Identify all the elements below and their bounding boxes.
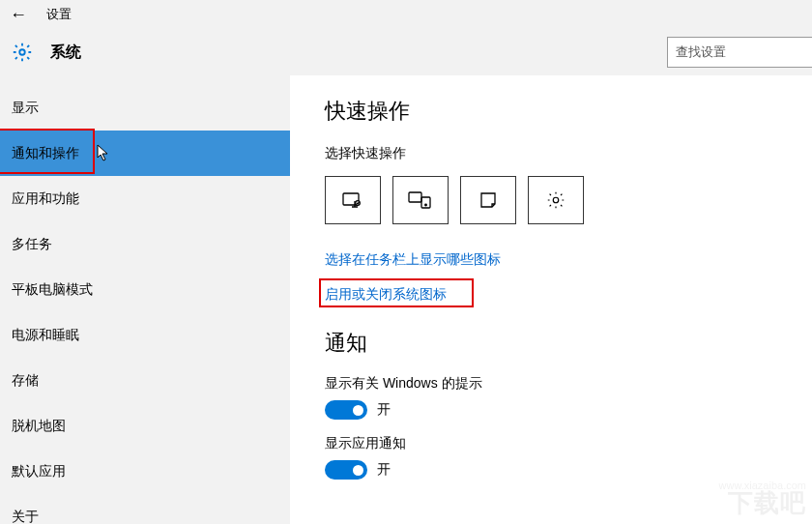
toggle-control: 开 [325,400,812,420]
window-header: ← 设置 [0,0,812,29]
quick-actions-heading: 快速操作 [325,97,812,126]
quick-actions-sub: 选择快速操作 [325,145,812,162]
search-placeholder: 查找设置 [676,44,726,61]
toggle-knob [353,465,363,476]
toggle-switch-windows-tips[interactable] [325,400,367,420]
link-taskbar-icons[interactable]: 选择在任务栏上显示哪些图标 [325,251,812,269]
svg-point-0 [19,49,25,55]
tile-connect[interactable] [392,176,449,224]
sidebar-item-label: 应用和功能 [12,190,79,208]
sidebar-item-about[interactable]: 关于 [0,494,290,524]
sidebar-item-label: 关于 [12,509,39,525]
sidebar-item-label: 默认应用 [12,463,66,480]
sidebar-item-multitask[interactable]: 多任务 [0,221,290,267]
sidebar-item-label: 平板电脑模式 [12,281,93,299]
notifications-heading: 通知 [325,329,812,358]
tile-note[interactable] [460,176,516,224]
gear-icon [12,42,33,63]
sidebar-item-apps[interactable]: 应用和功能 [0,176,290,221]
sidebar-item-label: 通知和操作 [12,145,79,162]
toggle-label: 显示应用通知 [325,435,812,452]
toggle-row-windows-tips: 显示有关 Windows 的提示 开 [325,375,812,420]
back-button[interactable]: ← [10,5,27,25]
sidebar-item-default-apps[interactable]: 默认应用 [0,449,290,494]
sidebar: 显示 通知和操作 应用和功能 多任务 平板电脑模式 电源和睡眠 存储 脱机地图 … [0,75,290,524]
toggle-state: 开 [377,461,391,479]
sidebar-item-label: 电源和睡眠 [12,327,79,344]
sidebar-item-notifications[interactable]: 通知和操作 [0,131,290,176]
subheader: 系统 查找设置 [0,29,812,75]
sidebar-item-label: 多任务 [12,236,52,253]
tile-tablet-mode[interactable] [325,176,381,224]
link-system-icons-wrap: 启用或关闭系统图标 [325,286,447,304]
tile-settings[interactable] [528,176,584,224]
quick-tiles-row [325,176,812,224]
toggle-state: 开 [377,401,391,419]
content-panel: 快速操作 选择快速操作 [290,75,812,524]
svg-rect-3 [409,192,421,202]
sidebar-item-power[interactable]: 电源和睡眠 [0,312,290,358]
sidebar-item-maps[interactable]: 脱机地图 [0,403,290,449]
svg-point-5 [425,204,427,206]
search-input[interactable]: 查找设置 [667,37,812,68]
svg-point-6 [553,197,559,203]
cursor-icon [97,144,110,161]
body: 显示 通知和操作 应用和功能 多任务 平板电脑模式 电源和睡眠 存储 脱机地图 … [0,75,812,524]
sidebar-item-tablet[interactable]: 平板电脑模式 [0,267,290,312]
subheader-left: 系统 [12,42,81,63]
toggle-label: 显示有关 Windows 的提示 [325,375,812,393]
toggle-knob [353,405,363,416]
toggle-row-app-notifications: 显示应用通知 开 [325,435,812,480]
toggle-control: 开 [325,460,812,480]
header-title: 设置 [46,6,72,23]
sidebar-item-display[interactable]: 显示 [0,85,290,131]
section-title: 系统 [50,43,81,63]
sidebar-item-label: 脱机地图 [12,418,66,435]
sidebar-item-storage[interactable]: 存储 [0,358,290,403]
sidebar-item-label: 显示 [12,100,39,117]
sidebar-item-label: 存储 [12,372,39,390]
link-system-icons[interactable]: 启用或关闭系统图标 [325,286,447,304]
toggle-switch-app-notifications[interactable] [325,460,367,480]
